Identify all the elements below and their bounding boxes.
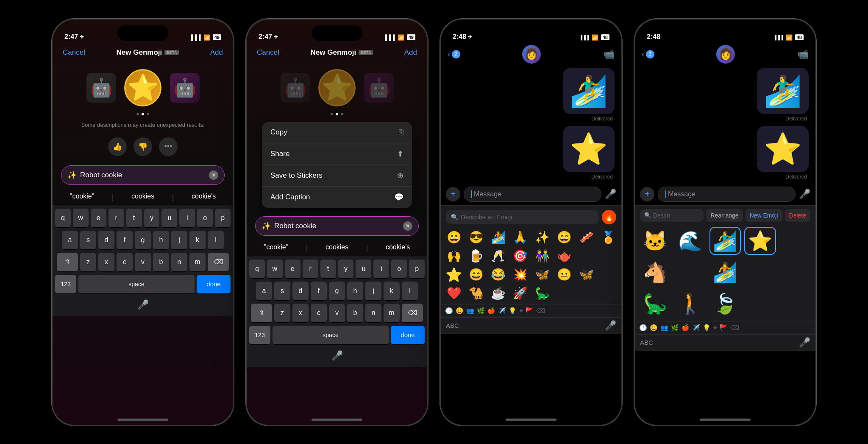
key2-123[interactable]: 123 — [249, 326, 270, 344]
key-u[interactable]: u — [161, 209, 177, 227]
emoji-🏄[interactable]: 🏄 — [487, 229, 509, 246]
key2-t[interactable]: t — [320, 260, 336, 278]
emoji-⭐custom[interactable]: ⭐ — [443, 266, 465, 284]
cat-recent[interactable]: 🕐 — [445, 307, 453, 315]
custom-emoji-surfer2[interactable]: 🏄 — [709, 257, 742, 287]
more-button[interactable]: ••• — [159, 137, 178, 156]
key2-a[interactable]: a — [256, 282, 272, 300]
emoji-😀[interactable]: 😀 — [443, 229, 465, 246]
key2-r[interactable]: r — [303, 260, 318, 278]
key2-space[interactable]: space — [273, 326, 389, 344]
custom-emoji-star-skull[interactable]: ⭐ — [743, 226, 777, 256]
key-w[interactable]: w — [73, 209, 89, 227]
custom-emoji-surfer[interactable]: 🏄‍♂️ — [709, 226, 742, 256]
key-p[interactable]: p — [215, 209, 231, 227]
thumbs-up-button[interactable]: 👍 — [108, 137, 127, 156]
clear-button-2[interactable]: ✕ — [403, 221, 412, 231]
key2-b[interactable]: b — [347, 304, 363, 322]
cat-objects[interactable]: 💡 — [509, 307, 517, 315]
key2-g[interactable]: g — [329, 282, 345, 300]
emoji-🚀[interactable]: 🚀 — [509, 285, 531, 302]
mic-icon-4[interactable]: 🎤 — [799, 337, 810, 348]
key-l[interactable]: l — [208, 231, 224, 249]
add-caption-menu-item[interactable]: Add Caption 💬 — [262, 187, 412, 208]
key-h[interactable]: h — [153, 231, 169, 249]
save-stickers-menu-item[interactable]: Save to Stickers ⊕ — [262, 165, 412, 187]
cat4-flags[interactable]: 🚩 — [720, 324, 728, 332]
key2-h[interactable]: h — [347, 282, 363, 300]
genmoji-search-input-1[interactable]: ✨ Robot cookie ✕ — [61, 165, 225, 185]
cancel-button-2[interactable]: Cancel — [257, 48, 279, 57]
share-menu-item[interactable]: Share ⬆ — [262, 143, 412, 165]
key-d[interactable]: d — [98, 231, 114, 249]
cat4-food[interactable]: 🍎 — [682, 324, 690, 332]
clear-button-1[interactable]: ✕ — [209, 170, 218, 180]
key-j[interactable]: j — [171, 231, 187, 249]
key2-e[interactable]: e — [285, 260, 300, 278]
cat4-recent[interactable]: 🕐 — [639, 324, 647, 332]
emoji-🙌[interactable]: 🙌 — [443, 247, 465, 265]
mic-icon-2[interactable]: 🎤 — [331, 350, 343, 361]
autocomplete-2a[interactable]: "cookie" — [264, 243, 289, 252]
key-b[interactable]: b — [153, 253, 169, 271]
add-button-2[interactable]: Add — [404, 48, 417, 57]
emoji-🦋2[interactable]: 🦋 — [576, 266, 597, 284]
emoji-search-input-3[interactable]: 🔍 Describe an Emoji — [446, 210, 598, 224]
cat4-smileys[interactable]: 😀 — [650, 324, 658, 332]
emoji-🎯[interactable]: 🎯 — [509, 247, 531, 265]
key-o[interactable]: o — [197, 209, 213, 227]
key-r[interactable]: r — [108, 209, 124, 227]
key2-l[interactable]: l — [402, 282, 418, 300]
key2-k[interactable]: k — [384, 282, 400, 300]
video-call-button-4[interactable]: 📹 — [797, 49, 809, 60]
key2-i[interactable]: i — [373, 260, 389, 278]
emoji-🦋[interactable]: 🦋 — [531, 266, 553, 284]
cat-food[interactable]: 🍎 — [487, 307, 495, 315]
copy-menu-item[interactable]: Copy ⎘ — [262, 122, 412, 143]
cancel-button-1[interactable]: Cancel — [63, 48, 85, 57]
autocomplete-1c[interactable]: cookie's — [192, 193, 216, 201]
mic-icon-1[interactable]: 🎤 — [137, 299, 149, 310]
genmoji-button-3[interactable]: 🔥 — [602, 210, 616, 224]
abc-button-3[interactable]: ABC — [446, 322, 459, 329]
custom-emoji-person[interactable]: 🚶 — [673, 289, 707, 318]
emoji-🥓[interactable]: 🥓 — [576, 229, 597, 246]
cat4-travel[interactable]: ✈️ — [692, 324, 700, 332]
key2-shift[interactable]: ⇧ — [251, 304, 272, 322]
message-input-4[interactable]: Message — [658, 187, 796, 202]
abc-button-4[interactable]: ABC — [640, 339, 653, 346]
key2-f[interactable]: f — [311, 282, 327, 300]
custom-emoji-blue[interactable]: 🌊 — [673, 226, 707, 256]
key2-n[interactable]: n — [365, 304, 381, 322]
custom-emoji-dino[interactable]: 🦕 — [638, 289, 672, 318]
key-123[interactable]: 123 — [55, 275, 76, 293]
mic-button-3[interactable]: 🎤 — [605, 189, 616, 200]
key-i[interactable]: i — [179, 209, 195, 227]
video-call-button-3[interactable]: 📹 — [603, 49, 615, 60]
emoji-🫖[interactable]: 🫖 — [554, 247, 575, 265]
cat-flags[interactable]: 🚩 — [526, 307, 534, 315]
cat-nature[interactable]: 🌿 — [477, 307, 485, 315]
emoji-❤️[interactable]: ❤️ — [443, 285, 465, 302]
cat4-delete[interactable]: ⌫ — [730, 324, 739, 332]
rearrange-button-4[interactable]: Rearrange — [706, 209, 743, 222]
key-f[interactable]: f — [117, 231, 133, 249]
cat-smileys[interactable]: 😀 — [456, 307, 464, 315]
key2-j[interactable]: j — [365, 282, 381, 300]
key-z[interactable]: z — [80, 253, 96, 271]
mic-button-4[interactable]: 🎤 — [799, 189, 810, 200]
key-shift[interactable]: ⇧ — [57, 253, 78, 271]
emoji-💥[interactable]: 💥 — [509, 266, 531, 284]
add-attachment-button-3[interactable]: + — [446, 187, 460, 201]
emoji-🍺[interactable]: 🍺 — [465, 247, 487, 265]
key-delete[interactable]: ⌫ — [208, 253, 229, 271]
emoji-🥂[interactable]: 🥂 — [487, 247, 509, 265]
key-g[interactable]: g — [135, 231, 151, 249]
emoji-😄[interactable]: 😄 — [554, 229, 575, 246]
key-a[interactable]: a — [62, 231, 78, 249]
autocomplete-2b[interactable]: cookies — [326, 243, 348, 252]
emoji-😄2[interactable]: 😄 — [465, 266, 487, 284]
key2-x[interactable]: x — [292, 304, 309, 322]
key-k[interactable]: k — [189, 231, 206, 249]
mic-icon-3[interactable]: 🎤 — [605, 320, 616, 331]
